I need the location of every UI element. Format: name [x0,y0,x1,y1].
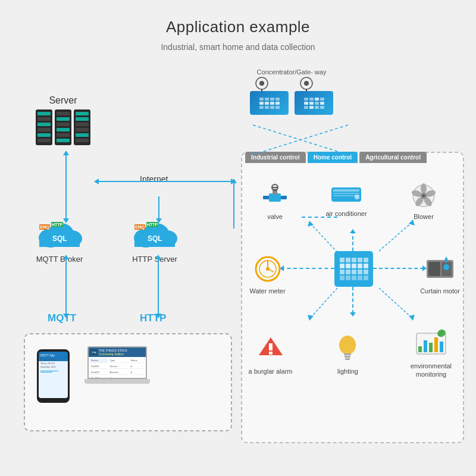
dash-arrow-up [352,230,353,251]
burglar-icon [256,334,286,364]
mqtt-cloud-svg: EMQ HTTP SQL [36,217,83,250]
internet-arrow-line [95,181,232,182]
svg-line-79 [253,125,348,155]
server-rack-3 [74,109,90,145]
concentrator-label: Concentrator/Gate- way [244,68,339,76]
device-burglar: a burglar alarm [248,334,293,375]
arrowhead-down-mqtt [63,314,69,318]
device-valve: valve [254,183,296,220]
valve-label: valve [254,213,296,220]
crossing-lines-svg [247,122,354,158]
v-arrow-http-down [158,256,159,315]
svg-rect-73 [429,343,433,352]
svg-line-50 [379,288,412,318]
svg-line-46 [379,223,412,251]
svg-point-43 [422,195,425,197]
server-rack-2 [55,109,71,145]
svg-line-48 [311,288,337,318]
svg-text:EMQ: EMQ [40,225,50,230]
arrowhead-down-conc-http [156,218,162,223]
dash-arrow-down [352,287,353,314]
curtain-motor-icon [424,254,456,284]
gw-devices-row [241,83,342,120]
svg-text:HTTP: HTTP [52,223,63,227]
mqtt-broker-label: MQTT Broker [36,255,83,264]
device-water-meter: Water meter [248,254,287,295]
arrowhead-up-http [155,255,161,259]
server-label: Server [36,95,90,106]
valve-icon [260,183,290,209]
mqtt-protocol-label: MQTT [48,312,76,324]
server-block: Server [36,95,90,145]
gw-devices-container [241,83,342,120]
svg-rect-25 [263,196,269,199]
gw-chip-grid-2 [304,98,324,109]
device-env-monitoring: environmentalmonitoring [406,328,456,379]
diag-tl-svg [302,218,343,256]
svg-rect-26 [281,196,287,199]
svg-rect-64 [269,343,273,350]
curtain-motor-label: Curtain motor [418,287,462,295]
laptop-header: TTS THE THINGS STACKCommunity Edition [89,347,146,357]
laptop-shape: TTS THE THINGS STACKCommunity Edition De… [84,346,150,388]
svg-point-37 [421,183,427,194]
svg-line-44 [311,224,337,252]
svg-rect-24 [269,193,281,202]
arrowhead-up-gw [231,178,237,183]
svg-point-19 [259,81,264,86]
tab-agricultural[interactable]: Agricultural control [359,152,427,163]
svg-rect-65 [269,352,273,355]
v-arrow-gw-internet [233,181,234,228]
svg-rect-58 [428,262,440,276]
env-monitoring-label: environmentalmonitoring [406,362,456,379]
diagram: Server [18,65,458,458]
gw-chip-grid-1 [259,98,280,109]
svg-rect-31 [333,189,359,192]
device-ac: air conditioner [322,183,370,217]
env-monitoring-icon [415,328,447,358]
svg-rect-71 [418,346,422,352]
svg-rect-67 [344,353,351,355]
svg-point-34 [355,195,359,199]
http-protocol-label: HTTP [140,312,166,324]
svg-rect-68 [345,356,350,358]
arrowhead-left-internet [94,178,99,184]
phone-screen-content: MQTT App ID: 1234567890 Temp: 24.5°C Hum… [39,352,68,398]
v-arrow-mqtt-down [65,256,67,315]
laptop-screen: TTS THE THINGS STACKCommunity Edition De… [87,346,147,379]
arrowhead-up-chip [350,229,356,233]
svg-marker-47 [409,220,415,226]
svg-rect-72 [424,340,427,352]
arrowhead-down-http [155,314,161,318]
water-meter-label: Water meter [248,287,287,295]
mqtt-cloud-shape: EMQ HTTP SQL [36,217,83,252]
arrowhead-down-server-mqtt [63,218,69,223]
svg-rect-75 [440,342,443,352]
internet-label: Internet [140,174,168,184]
svg-marker-45 [308,221,314,227]
gw-device-1 [250,88,289,115]
phone-screen: MQTT App ID: 1234567890 Temp: 24.5°C Hum… [39,352,68,398]
gw-device-body-2 [295,91,333,115]
water-meter-icon [253,254,283,284]
svg-text:EMQ: EMQ [135,225,145,230]
diag-tl [302,217,337,252]
svg-text:HTTP: HTTP [147,223,158,227]
svg-marker-62 [444,256,448,260]
laptop-container: TTS THE THINGS STACKCommunity Edition De… [84,346,150,388]
device-lighting: lighting [328,334,367,375]
svg-point-22 [304,81,309,86]
svg-point-66 [339,336,356,355]
blower-icon [409,183,439,209]
dash-arrow-right [373,268,424,269]
http-server-label: HTTP Server [131,255,178,264]
diag-br-svg [373,285,421,324]
page-subtitle: Industrial, smart home and data collecti… [0,42,476,52]
page-title: Application example [0,0,476,36]
svg-rect-74 [434,337,438,352]
gw-device-body-1 [250,91,289,115]
svg-rect-32 [333,193,359,194]
arrowhead-up-mqtt [63,255,69,259]
burglar-label: a burglar alarm [248,368,293,375]
laptop-table: DeviceTypeStatus Dev001Sensor● Dev002Act… [89,357,146,379]
